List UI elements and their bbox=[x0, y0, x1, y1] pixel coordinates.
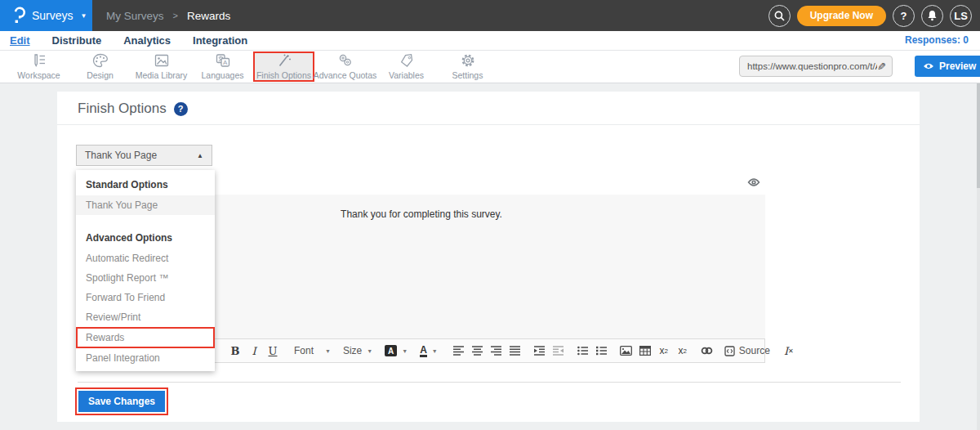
size-dropdown[interactable]: Size ▼ bbox=[343, 345, 372, 356]
editor-preview-eye-icon[interactable] bbox=[747, 177, 760, 187]
search-button[interactable] bbox=[768, 5, 791, 27]
tag-icon bbox=[399, 53, 415, 68]
indent-button[interactable] bbox=[533, 342, 546, 360]
breadcrumb-separator: > bbox=[173, 11, 178, 20]
top-header: Surveys ▼ My Surveys > Rewards Upgrade N… bbox=[0, 0, 980, 31]
thank-you-text: Thank you for completing this survey. bbox=[341, 208, 502, 220]
breadcrumb-current: Rewards bbox=[187, 10, 230, 22]
page-title: Finish Options bbox=[78, 101, 167, 117]
chevron-down-icon: ▼ bbox=[325, 348, 331, 354]
justify-button[interactable] bbox=[509, 342, 522, 360]
chain-links-icon bbox=[337, 53, 354, 68]
underline-button[interactable]: U bbox=[266, 342, 279, 360]
menu-item-spotlight-report[interactable]: Spotlight Report ™ bbox=[76, 268, 215, 288]
background-color-button[interactable]: A ▼ bbox=[385, 345, 408, 356]
align-right-button[interactable] bbox=[490, 342, 503, 360]
upgrade-now-button[interactable]: Upgrade Now bbox=[797, 6, 886, 26]
toolbar-item-workspace[interactable]: Workspace bbox=[8, 52, 69, 82]
translate-icon: A bbox=[215, 53, 231, 68]
breadcrumb-my-surveys[interactable]: My Surveys bbox=[106, 10, 164, 22]
toolbar-item-advance-quotas[interactable]: Advance Quotas bbox=[314, 52, 376, 82]
chevron-up-icon: ▲ bbox=[197, 152, 203, 159]
subscript-button[interactable]: x2 bbox=[657, 342, 670, 360]
bullet-list-button[interactable] bbox=[577, 342, 590, 360]
finish-option-select[interactable]: Thank You Page ▲ bbox=[76, 145, 212, 166]
font-dropdown[interactable]: Font ▼ bbox=[294, 345, 331, 356]
chevron-down-icon: ▼ bbox=[81, 12, 87, 20]
tab-analytics[interactable]: Analytics bbox=[123, 34, 171, 47]
breadcrumb: My Surveys > Rewards bbox=[106, 0, 230, 31]
save-changes-highlight: Save Changes bbox=[75, 387, 168, 415]
toolbar-item-settings[interactable]: Settings bbox=[437, 52, 498, 82]
text-color-icon: A bbox=[420, 345, 427, 357]
numbered-list-button[interactable] bbox=[595, 342, 608, 360]
tab-distribute[interactable]: Distribute bbox=[52, 34, 102, 47]
insert-table-button[interactable] bbox=[639, 342, 652, 360]
source-button[interactable]: Source bbox=[724, 345, 770, 356]
rewards-highlight: Rewards bbox=[76, 327, 215, 348]
bg-color-icon: A bbox=[385, 345, 397, 356]
edit-url-icon[interactable]: ✎ bbox=[877, 60, 886, 73]
toolbar-item-languages[interactable]: A Languages bbox=[192, 52, 253, 82]
menu-item-panel-integration[interactable]: Panel Integration bbox=[76, 348, 215, 368]
bold-button[interactable]: B bbox=[229, 342, 242, 360]
nav-tab-row: Edit Distribute Analytics Integration Re… bbox=[0, 31, 980, 51]
nav-tabs: Edit Distribute Analytics Integration bbox=[10, 31, 247, 50]
responses-count[interactable]: Responses: 0 bbox=[905, 34, 969, 46]
toolbar-item-variables[interactable]: Variables bbox=[376, 52, 437, 82]
gear-icon bbox=[460, 53, 476, 68]
divider bbox=[78, 382, 901, 383]
avatar[interactable]: LS bbox=[950, 5, 972, 27]
divider bbox=[57, 124, 920, 125]
svg-text:A: A bbox=[223, 59, 228, 66]
outdent-button[interactable] bbox=[552, 342, 565, 360]
survey-toolbar: Workspace Design Media Library A Languag… bbox=[0, 51, 980, 83]
header-actions: Upgrade Now ? LS bbox=[768, 0, 972, 31]
search-icon bbox=[774, 11, 785, 21]
menu-item-automatic-redirect[interactable]: Automatic Redirect bbox=[76, 249, 215, 268]
tab-integration[interactable]: Integration bbox=[193, 34, 247, 47]
menu-item-forward-to-friend[interactable]: Forward To Friend bbox=[76, 288, 215, 307]
remove-format-button[interactable]: I✕ bbox=[782, 342, 795, 360]
finish-options-dropdown-menu: Standard Options Thank You Page Advanced… bbox=[76, 170, 215, 371]
insert-image-button[interactable] bbox=[620, 342, 633, 360]
toolbar-item-media-library[interactable]: Media Library bbox=[131, 52, 192, 82]
questionpro-logo-icon bbox=[13, 7, 25, 25]
menu-item-review-print[interactable]: Review/Print bbox=[76, 307, 215, 327]
palette-icon bbox=[92, 53, 109, 68]
eye-icon bbox=[923, 62, 934, 70]
align-center-button[interactable] bbox=[471, 342, 484, 360]
select-value: Thank You Page bbox=[85, 150, 157, 161]
survey-url-value: https://www.questionpro.com/t/AMkGQ bbox=[747, 61, 877, 71]
menu-item-rewards[interactable]: Rewards bbox=[78, 329, 213, 347]
surveys-product-menu[interactable]: Surveys ▼ bbox=[0, 0, 92, 31]
tab-edit[interactable]: Edit bbox=[10, 34, 30, 47]
italic-button[interactable]: I bbox=[247, 342, 261, 360]
workspace-icon bbox=[31, 53, 47, 68]
magic-wand-icon bbox=[276, 53, 292, 68]
menu-item-thank-you-page[interactable]: Thank You Page bbox=[76, 195, 215, 215]
align-left-button[interactable] bbox=[452, 342, 466, 360]
help-button[interactable]: ? bbox=[893, 5, 915, 27]
survey-url-field[interactable]: https://www.questionpro.com/t/AMkGQ ✎ bbox=[739, 56, 893, 77]
toolbar-item-design[interactable]: Design bbox=[69, 52, 131, 82]
menu-group-standard: Standard Options bbox=[76, 170, 215, 195]
preview-button[interactable]: Preview bbox=[915, 56, 980, 77]
insert-link-button[interactable] bbox=[701, 342, 714, 360]
product-label: Surveys bbox=[32, 9, 74, 22]
chevron-down-icon: ▼ bbox=[367, 348, 372, 354]
bell-icon bbox=[927, 10, 938, 21]
save-changes-button[interactable]: Save Changes bbox=[78, 391, 165, 412]
text-color-button[interactable]: A ▼ bbox=[420, 345, 438, 357]
notifications-button[interactable] bbox=[921, 5, 943, 27]
title-help-icon[interactable]: ? bbox=[174, 102, 188, 116]
source-doc-icon bbox=[724, 346, 735, 356]
toolbar-item-finish-options[interactable]: Finish Options bbox=[253, 52, 314, 82]
superscript-button[interactable]: x2 bbox=[676, 342, 689, 360]
image-icon bbox=[154, 53, 170, 68]
menu-group-advanced: Advanced Options bbox=[76, 220, 215, 249]
